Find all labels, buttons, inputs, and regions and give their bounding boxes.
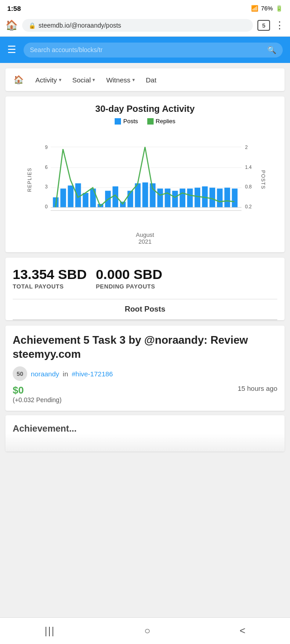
svg-text:6: 6 [45, 164, 48, 170]
tab-activity-label: Activity [35, 76, 57, 84]
partial-post-title: Achievement... [13, 423, 277, 434]
pending-payouts-amount: 0.000 SBD [96, 267, 162, 282]
chevron-down-icon: ▾ [132, 77, 135, 83]
svg-rect-33 [209, 187, 215, 207]
chart-card: 30-day Posting Activity Posts Replies RE… [5, 96, 285, 252]
total-payouts-label: TOTAL PAYOUTS [13, 283, 87, 290]
chevron-down-icon: ▾ [59, 77, 62, 83]
svg-text:9: 9 [45, 144, 48, 150]
chart-x-label: August [13, 231, 277, 238]
legend-posts-label: Posts [123, 118, 138, 125]
svg-rect-14 [68, 186, 74, 207]
tab-social[interactable]: Social ▾ [67, 70, 101, 90]
legend-replies-label: Replies [156, 118, 175, 125]
svg-text:3: 3 [45, 184, 48, 189]
home-button[interactable]: ○ [130, 623, 164, 639]
post-meta: 50 noraandy in #hive-172186 [13, 366, 277, 381]
browser-home-button[interactable]: 🏠 [5, 19, 18, 31]
pending-payouts: 0.000 SBD PENDING PAYOUTS [96, 267, 162, 290]
svg-rect-20 [112, 187, 118, 207]
post-card: Achievement 5 Task 3 by @noraandy: Revie… [5, 326, 285, 411]
post-in-text: in [63, 370, 68, 378]
svg-text:0.8: 0.8 [245, 184, 252, 189]
address-bar[interactable]: 🔒 steemdb.io/@noraandy/posts [22, 19, 253, 32]
search-input[interactable] [30, 46, 264, 53]
browser-menu-button[interactable]: ⋮ [275, 19, 285, 31]
legend-posts: Posts [115, 118, 138, 125]
tab-count-badge[interactable]: 5 [257, 20, 270, 31]
legend-replies: Replies [147, 118, 175, 125]
address-text: steemdb.io/@noraandy/posts [39, 22, 246, 29]
svg-rect-31 [194, 187, 200, 207]
svg-rect-17 [90, 188, 96, 207]
chart-title: 30-day Posting Activity [13, 104, 277, 114]
chevron-down-icon: ▾ [92, 77, 95, 83]
svg-rect-36 [232, 188, 238, 207]
status-time: 1:58 [7, 5, 21, 12]
main-content: 🏠 Activity ▾ Social ▾ Witness ▾ Dat 30-d… [0, 63, 290, 461]
total-payouts: 13.354 SBD TOTAL PAYOUTS [13, 267, 87, 290]
svg-rect-29 [179, 188, 185, 207]
search-bar[interactable]: 🔍 [24, 43, 283, 58]
post-value-group: $0 (+0.032 Pending) [13, 384, 62, 404]
svg-text:2: 2 [245, 144, 248, 150]
browser-chrome: 🏠 🔒 steemdb.io/@noraandy/posts 5 ⋮ [0, 16, 290, 37]
svg-text:0: 0 [45, 204, 48, 209]
post-value: $0 [13, 384, 62, 396]
svg-rect-16 [83, 193, 89, 207]
tab-data[interactable]: Dat [140, 70, 162, 90]
tab-social-label: Social [72, 76, 91, 84]
svg-rect-28 [172, 191, 178, 207]
root-posts-tab[interactable]: Root Posts [13, 299, 277, 320]
post-pending: (+0.032 Pending) [13, 396, 62, 404]
tab-home[interactable]: 🏠 [7, 68, 30, 91]
svg-rect-27 [165, 188, 171, 207]
y-axis-right-label: POSTS [261, 170, 266, 189]
signal-icon: 📶 [251, 5, 258, 12]
recent-apps-button[interactable]: ||| [31, 623, 68, 639]
nav-bar: ☰ 🔍 [0, 37, 290, 63]
post-value-row: $0 (+0.032 Pending) 15 hours ago [13, 384, 277, 404]
replies-color-swatch [147, 118, 154, 125]
payouts-card: 13.354 SBD TOTAL PAYOUTS 0.000 SBD PENDI… [5, 258, 285, 320]
battery-icon: 🔋 [276, 5, 283, 12]
tab-witness-label: Witness [106, 76, 130, 84]
post-card-partial: Achievement... [5, 415, 285, 452]
svg-rect-35 [224, 187, 230, 207]
pending-payouts-label: PENDING PAYOUTS [96, 283, 162, 290]
post-author[interactable]: noraandy [31, 370, 59, 378]
tab-data-label: Dat [146, 76, 156, 84]
post-time: 15 hours ago [237, 384, 277, 392]
nav-tabs: 🏠 Activity ▾ Social ▾ Witness ▾ Dat [5, 68, 285, 91]
svg-rect-15 [75, 183, 81, 207]
svg-text:1.4: 1.4 [245, 164, 252, 170]
chart-container: 9 6 3 0 2 1.4 0.8 0.2 [35, 130, 255, 230]
bottom-nav: ||| ○ < [0, 617, 290, 644]
back-button[interactable]: < [226, 623, 259, 639]
y-axis-left-label: REPLIES [27, 168, 32, 192]
tab-witness[interactable]: Witness ▾ [101, 70, 140, 90]
svg-rect-13 [60, 188, 66, 207]
battery-text: 76% [261, 5, 273, 12]
hamburger-icon[interactable]: ☰ [7, 44, 16, 56]
reputation-badge: 50 [13, 366, 27, 381]
svg-rect-26 [157, 188, 163, 207]
total-payouts-amount: 13.354 SBD [13, 267, 87, 282]
tab-activity[interactable]: Activity ▾ [30, 70, 67, 90]
payouts-row: 13.354 SBD TOTAL PAYOUTS 0.000 SBD PENDI… [13, 267, 277, 290]
status-bar: 1:58 📶 76% 🔋 [0, 0, 290, 16]
posts-color-swatch [115, 118, 121, 125]
chart-svg: 9 6 3 0 2 1.4 0.8 0.2 [35, 130, 255, 230]
lock-icon: 🔒 [29, 22, 36, 29]
svg-rect-34 [217, 188, 223, 207]
search-icon: 🔍 [267, 46, 276, 54]
chart-wrapper: REPLIES POSTS 9 6 3 0 2 1.4 0.8 0.2 [31, 130, 259, 230]
svg-rect-30 [187, 188, 193, 207]
status-icons: 📶 76% 🔋 [251, 5, 283, 12]
post-tag[interactable]: #hive-172186 [72, 370, 113, 378]
post-title[interactable]: Achievement 5 Task 3 by @noraandy: Revie… [13, 333, 277, 361]
chart-year: 2021 [13, 238, 277, 245]
chart-legend: Posts Replies [13, 118, 277, 125]
svg-text:0.2: 0.2 [245, 204, 252, 209]
svg-rect-24 [142, 183, 148, 207]
